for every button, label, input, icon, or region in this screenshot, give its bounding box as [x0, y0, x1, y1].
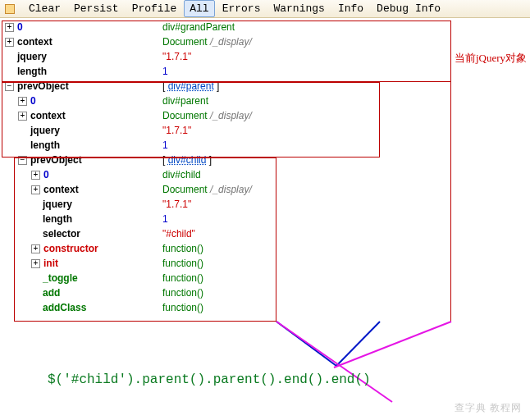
expand-icon[interactable]: + — [31, 185, 40, 194]
prop-value: function() — [162, 285, 203, 300]
watermark: 查字典 教程网 — [455, 401, 522, 415]
prop-value: [ div#child ] — [162, 153, 212, 167]
prop-key: init — [43, 256, 58, 271]
toolbar-btn-all[interactable]: All — [184, 0, 214, 17]
prop-key: length — [43, 212, 72, 226]
tree-row[interactable]: + context Document /_display/ — [0, 108, 530, 123]
toolbar-btn-debug[interactable]: Debug Info — [371, 0, 446, 17]
prop-key: length — [30, 138, 60, 153]
tree-row[interactable]: add function() — [0, 285, 530, 300]
prop-value: "1.7.1" — [162, 123, 191, 138]
prop-value: 1 — [162, 64, 168, 79]
svg-line-3 — [334, 322, 451, 368]
prop-value: [ div#parent ] — [162, 79, 219, 94]
tree-row-prevobject[interactable]: − prevObject [ div#parent ] — [0, 79, 530, 94]
prop-key: constructor — [43, 241, 98, 256]
tree-row[interactable]: + context Document /_display/ — [0, 34, 530, 49]
tree-row[interactable]: + 0 div#parent — [0, 94, 530, 108]
prop-value: 1 — [162, 138, 168, 153]
prop-value: div#grandParent — [162, 20, 235, 34]
annotation-label: 当前jQuery对象 — [455, 51, 527, 66]
prop-key: addClass — [43, 300, 86, 315]
tree-row[interactable]: + constructor function() — [0, 241, 530, 256]
prop-key: 0 — [30, 94, 36, 108]
expand-icon[interactable]: + — [5, 23, 14, 32]
prop-value: 1 — [162, 212, 168, 226]
tree-row[interactable]: addClass function() — [0, 300, 530, 315]
prop-key: context — [17, 34, 53, 49]
toolbar-btn-info[interactable]: Info — [332, 0, 369, 17]
tree-row[interactable]: + context Document /_display/ — [0, 182, 530, 197]
toolbar-btn-errors[interactable]: Errors — [217, 0, 267, 17]
prop-key: jquery — [43, 197, 72, 212]
prop-value: div#parent — [162, 94, 208, 108]
expand-icon[interactable]: + — [31, 244, 40, 253]
prop-value: div#child — [162, 167, 201, 182]
dom-link[interactable]: div#child — [168, 154, 207, 166]
tree-row[interactable]: jquery "1.7.1" — [0, 197, 530, 212]
collapse-icon[interactable]: − — [5, 82, 14, 91]
toolbar-btn-clear[interactable]: Clear — [23, 0, 66, 17]
prop-key: length — [17, 64, 47, 79]
tree-row[interactable]: jquery "1.7.1" — [0, 49, 530, 64]
tree-row[interactable]: selector "#child" — [0, 226, 530, 241]
prop-value: function() — [162, 271, 203, 285]
expand-icon[interactable]: + — [18, 112, 27, 121]
broom-icon — [3, 2, 16, 16]
collapse-icon[interactable]: − — [18, 156, 27, 165]
toolbar-btn-persist[interactable]: Persist — [68, 0, 125, 17]
expand-icon[interactable]: + — [31, 259, 40, 268]
prop-key: 0 — [43, 167, 49, 182]
prop-key: selector — [43, 226, 80, 241]
prop-key: prevObject — [17, 79, 69, 94]
svg-line-0 — [276, 322, 336, 366]
expand-icon[interactable]: + — [31, 171, 40, 180]
prop-value: "1.7.1" — [162, 49, 191, 64]
prop-value: "#child" — [162, 226, 195, 241]
expand-icon[interactable]: + — [5, 38, 14, 47]
tree-row[interactable]: length 1 — [0, 138, 530, 153]
prop-value: function() — [162, 300, 203, 315]
toolbar-btn-warnings[interactable]: Warnings — [267, 0, 330, 17]
prop-value: "1.7.1" — [162, 197, 191, 212]
svg-line-2 — [276, 322, 392, 402]
prop-key: jquery — [30, 123, 60, 138]
toolbar-btn-profile[interactable]: Profile — [126, 0, 183, 17]
prop-key: prevObject — [30, 153, 82, 167]
tree-row[interactable]: length 1 — [0, 212, 530, 226]
prop-key: context — [30, 108, 66, 123]
expand-icon[interactable]: + — [18, 97, 27, 106]
prop-value: Document /_display/ — [162, 34, 252, 49]
console-toolbar: Clear Persist Profile All Errors Warning… — [0, 0, 530, 18]
tree-row[interactable]: jquery "1.7.1" — [0, 123, 530, 138]
prop-key: add — [43, 285, 60, 300]
prop-value: function() — [162, 256, 203, 271]
tree-row[interactable]: _toggle function() — [0, 271, 530, 285]
prop-key: _toggle — [43, 271, 78, 285]
prop-value: Document /_display/ — [162, 108, 252, 123]
prop-key: 0 — [17, 20, 23, 34]
prop-value: function() — [162, 241, 203, 256]
prop-key: context — [43, 182, 79, 197]
prop-key: jquery — [17, 49, 47, 64]
code-expression: $('#child').parent().parent().end().end(… — [48, 372, 371, 387]
svg-line-1 — [336, 322, 380, 366]
dom-link[interactable]: div#parent — [168, 80, 214, 92]
prop-value: Document /_display/ — [162, 182, 252, 197]
tree-row[interactable]: + 0 div#child — [0, 167, 530, 182]
tree-row-prevobject[interactable]: − prevObject [ div#child ] — [0, 153, 530, 167]
tree-row[interactable]: + init function() — [0, 256, 530, 271]
tree-row[interactable]: length 1 — [0, 64, 530, 79]
object-tree: + 0 div#grandParent + context Document /… — [0, 18, 530, 315]
tree-row[interactable]: + 0 div#grandParent — [0, 20, 530, 34]
